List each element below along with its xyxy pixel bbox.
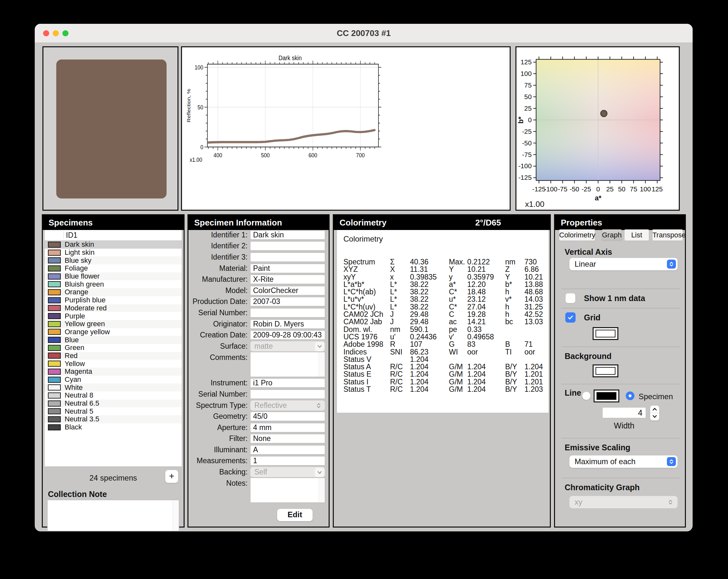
text-field[interactable]: A [250, 445, 325, 454]
text-field[interactable]: Robin D. Myers [250, 320, 325, 329]
vertical-axis-popup[interactable]: Linear [569, 258, 678, 271]
x-axis-label: a* [595, 194, 602, 202]
text-field[interactable] [250, 241, 325, 251]
cell-value: 1.204 [410, 371, 449, 378]
color-swatch [48, 384, 61, 391]
text-field[interactable]: 2007-03 [250, 297, 325, 306]
cell-value: R/C [390, 386, 410, 393]
list-item[interactable]: Neutral 3.5 [45, 415, 182, 423]
spectral-reflectance-chart[interactable]: Dark skin 400500600700 050100 Reflection… [182, 47, 510, 210]
text-field[interactable]: None [250, 434, 325, 443]
specimen-name: Green [64, 344, 84, 352]
specimen-name: Neutral 6.5 [64, 399, 99, 407]
text-field[interactable]: Dark skin [250, 230, 325, 240]
list-item[interactable]: Magenta [45, 368, 182, 376]
svg-text:100: 100 [194, 64, 203, 71]
list-item[interactable]: Orange yellow [45, 328, 182, 336]
specimen-name: Blue flower [64, 272, 100, 280]
list-item[interactable]: Green [45, 344, 182, 352]
tab-graph[interactable]: Graph [602, 229, 622, 241]
add-specimen-button[interactable]: + [165, 470, 179, 483]
list-item[interactable]: Blue [45, 336, 182, 344]
line-width-input[interactable]: 4 [602, 407, 646, 418]
list-item[interactable]: Neutral 5 [45, 407, 182, 415]
table-row: L*C*h(uv)L*38.22C*27.04h31.25 [343, 303, 545, 311]
combo-field[interactable]: matte [250, 341, 325, 352]
list-item[interactable]: Neutral 6.5 [45, 400, 182, 407]
cell-value: 1.204 [410, 378, 449, 386]
list-item[interactable]: Yellow [45, 360, 182, 368]
stepper-up-icon[interactable] [650, 406, 659, 413]
list-item[interactable]: Purple [45, 312, 182, 320]
list-item[interactable]: Black [45, 423, 182, 431]
line-color-well[interactable] [594, 389, 619, 402]
edit-button[interactable]: Edit [277, 508, 313, 522]
list-item[interactable]: Moderate red [45, 304, 182, 312]
text-field[interactable] [250, 389, 325, 399]
list-item[interactable]: White [45, 383, 182, 392]
text-field[interactable]: Paint [250, 264, 325, 273]
observer-illuminant-label: 2°/D65 [475, 215, 501, 230]
chromaticity-chart[interactable]: -125-100-75-50-250255075100125 -125-100-… [516, 47, 679, 210]
combo-field[interactable]: Self [250, 467, 325, 477]
show-1nm-checkbox[interactable] [565, 293, 576, 303]
list-item[interactable]: Neutral 8 [45, 392, 182, 400]
table-row: CAM02 JChJ29.48C19.28h42.52 [343, 311, 545, 318]
text-field[interactable]: 45/0 [250, 412, 325, 421]
cell-value: 42.52 [524, 311, 545, 318]
cell-value: J [390, 311, 410, 318]
info-field-row: Illuminant:A [188, 444, 329, 455]
text-field[interactable]: ColorChecker [250, 286, 325, 295]
textarea-field[interactable] [250, 478, 325, 503]
list-item[interactable]: Light skin [45, 249, 182, 257]
text-field[interactable]: 4 mm [250, 423, 325, 432]
text-field[interactable] [250, 308, 325, 318]
list-item[interactable]: Orange [45, 288, 182, 296]
text-field[interactable] [250, 252, 325, 262]
color-swatch [48, 377, 61, 383]
table-row: Status ER/C1.204G/M1.204B/Y1.201 [343, 371, 545, 378]
text-field[interactable]: 2009-09-28 09:00:43 [250, 330, 325, 340]
field-control: 2009-09-28 09:00:43 [250, 330, 325, 340]
scrollbar[interactable] [319, 478, 325, 502]
text-field[interactable]: i1 Pro [250, 378, 325, 387]
list-item[interactable]: Blue sky [45, 256, 182, 265]
line-specimen-label: Specimen [639, 392, 673, 401]
collection-note-input[interactable] [47, 500, 179, 531]
list-item[interactable]: Cyan [45, 376, 182, 384]
list-item[interactable]: Foliage [45, 265, 182, 273]
line-specimen-radio[interactable] [626, 392, 634, 400]
row-label: CAM02 Jab [343, 318, 390, 326]
textarea-field[interactable] [250, 352, 325, 377]
grid-color-well[interactable] [593, 327, 618, 340]
svg-text:100: 100 [640, 185, 651, 193]
list-item[interactable]: Bluish green [45, 280, 182, 288]
cell-value: y [449, 273, 467, 281]
line-color-radio[interactable] [582, 392, 591, 400]
list-item[interactable]: Red [45, 352, 182, 360]
tab-list[interactable]: List [624, 229, 649, 241]
popup-field[interactable]: Reflective [250, 400, 325, 411]
field-control: Paint [250, 264, 325, 273]
tab-colorimetry[interactable]: Colorimetry [559, 229, 595, 241]
emissive-scaling-popup[interactable]: Maximum of each [569, 455, 678, 468]
background-color-well[interactable] [593, 364, 618, 377]
specimen-name: Dark skin [64, 240, 94, 249]
column-header-id1[interactable]: ID1 [66, 230, 78, 240]
scrollbar[interactable] [173, 500, 179, 531]
tab-transpose[interactable]: Transpose [652, 229, 683, 241]
text-field[interactable]: X-Rite [250, 275, 325, 284]
line-width-stepper[interactable] [650, 405, 659, 421]
cell-value: h [505, 288, 524, 296]
grid-checkbox[interactable] [565, 312, 576, 323]
list-item[interactable]: Yellow green [45, 320, 182, 328]
list-item[interactable]: Blue flower [45, 273, 182, 280]
divider [562, 384, 680, 384]
column-header-row[interactable]: ID1 [45, 230, 182, 241]
cell-value [524, 326, 545, 333]
scrollbar[interactable] [319, 352, 325, 377]
text-field[interactable]: 1 [250, 456, 325, 465]
stepper-down-icon[interactable] [650, 413, 659, 420]
list-item[interactable]: Dark skin [45, 241, 182, 249]
list-item[interactable]: Purplish blue [45, 296, 182, 304]
